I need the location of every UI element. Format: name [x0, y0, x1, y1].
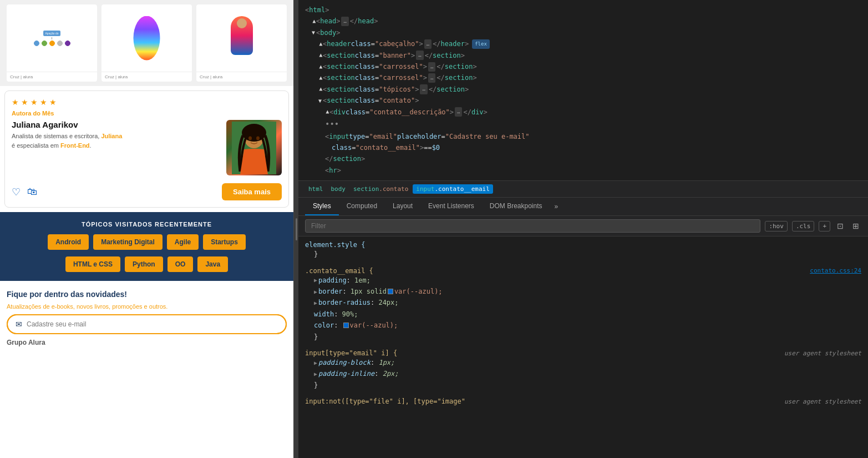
filter-hov-btn[interactable]: :hov — [765, 221, 788, 231]
svg-point-4 — [256, 136, 260, 140]
triangle-padding-inline[interactable]: ▶ — [314, 369, 317, 379]
colon-border-radius: : — [370, 297, 374, 308]
triangle-carrossel1[interactable]: ▶ — [316, 65, 325, 68]
color-swatch-color — [343, 323, 349, 328]
tag-contato-desc[interactable]: div — [333, 107, 346, 118]
breadcrumb-input[interactable]: input.contato__email — [413, 184, 493, 194]
css-rule-header-contato: .contato__email { contato.css:24 — [305, 267, 861, 275]
thumb-image-3 — [196, 4, 287, 72]
triangle-carrossel2[interactable]: ▶ — [316, 77, 325, 80]
ellipsis-contato-desc[interactable]: … — [455, 107, 462, 117]
ellipsis-head[interactable]: … — [341, 17, 348, 26]
breadcrumb-body[interactable]: body — [328, 184, 349, 194]
tab-event-listeners[interactable]: Event Listeners — [420, 198, 482, 215]
topic-android[interactable]: Android — [48, 234, 89, 250]
email-input-wrapper[interactable]: ✉ — [7, 314, 287, 334]
attr-type: type — [349, 131, 365, 142]
attr-val-header: "cabeçalho" — [375, 38, 419, 49]
tabs-more[interactable]: » — [550, 198, 563, 215]
triangle-body[interactable]: ▼ — [312, 28, 315, 37]
css-selector-input-not: input:not([type="file" i], [type="image" — [305, 397, 465, 405]
val-border-2: var(--azul); — [394, 286, 443, 297]
tag-header[interactable]: header — [327, 38, 351, 49]
triangle-topicos[interactable]: ▶ — [316, 88, 325, 91]
tag-hr[interactable]: hr — [329, 165, 337, 176]
tag-head[interactable]: head — [320, 16, 336, 27]
dom-line-carrossel1: ▶ <section class="carrossel" > … </secti… — [305, 61, 861, 72]
tag-banner[interactable]: section — [327, 50, 355, 61]
triangle-border-radius[interactable]: ▶ — [314, 298, 317, 308]
bag-icon[interactable]: 🛍 — [27, 186, 37, 198]
ellipsis-carrossel1[interactable]: … — [428, 62, 435, 72]
left-preview-panel: Apação do Cruz | alura — [0, 0, 294, 458]
tag-html[interactable]: html — [309, 4, 325, 16]
attr-val-type: "email" — [369, 131, 398, 142]
ellipsis-banner[interactable]: … — [416, 51, 423, 60]
prop-border-radius: border-radius — [318, 297, 370, 308]
triangle-padding[interactable]: ▶ — [314, 275, 317, 285]
saiba-mais-button[interactable]: Saiba mais — [222, 183, 282, 200]
attr-val-contato-desc: "contato__descrição" — [369, 107, 450, 118]
filter-icon1-btn[interactable]: ⊡ — [835, 220, 846, 231]
ellipsis-header[interactable]: … — [424, 39, 432, 49]
panel-divider[interactable] — [294, 0, 298, 458]
breadcrumb-section-contato[interactable]: section.contato — [350, 184, 412, 194]
tag-contato[interactable]: section — [327, 95, 355, 106]
topic-python[interactable]: Python — [125, 256, 163, 272]
filter-cls-btn[interactable]: .cls — [792, 221, 815, 231]
filter-plus-btn[interactable]: + — [819, 221, 830, 231]
topic-java[interactable]: Java — [197, 256, 228, 272]
breadcrumb-html[interactable]: html — [305, 184, 327, 194]
attr-val-carrossel2: "carrossel" — [379, 72, 423, 83]
triangle-banner[interactable]: ▶ — [316, 54, 325, 57]
devtools-panel: <html> ▶ <head> … </head> ▼ <body> ▶ <he… — [298, 0, 868, 458]
star-1: ★ — [12, 98, 19, 107]
tab-dom-breakpoints[interactable]: DOM Breakpoints — [482, 198, 550, 215]
email-input[interactable] — [27, 320, 278, 328]
tag-input[interactable]: input — [329, 131, 349, 142]
ellipsis-topicos[interactable]: … — [420, 84, 427, 94]
org-dot-gray — [57, 41, 63, 46]
tab-layout[interactable]: Layout — [385, 198, 420, 215]
tag-carrossel2[interactable]: section — [327, 72, 355, 83]
dom-line-close-section: </section> — [305, 153, 861, 164]
thumb-footer-1: Cruz | alura — [7, 72, 97, 82]
ellipsis-carrossel2[interactable]: … — [428, 73, 435, 83]
topic-agile[interactable]: Agile — [167, 234, 199, 250]
triangle-contato[interactable]: ▼ — [318, 96, 322, 105]
attr-val-banner: "banner" — [379, 50, 411, 61]
tag-body[interactable]: body — [320, 27, 336, 38]
dom-line-hr: <hr> — [305, 165, 861, 176]
triangle-padding-block[interactable]: ▶ — [314, 358, 317, 368]
triangle-header[interactable]: ▶ — [316, 42, 325, 46]
dom-line-head: ▶ <head> … </head> — [305, 16, 861, 27]
topic-marketing[interactable]: Marketing Digital — [93, 234, 163, 250]
tag-close-section[interactable]: section — [333, 153, 361, 164]
tab-computed[interactable]: Computed — [339, 198, 385, 215]
tabs-row: Styles Computed Layout Event Listeners D… — [298, 198, 868, 216]
prop-padding-inline: padding-inline — [318, 368, 374, 379]
triangle-border[interactable]: ▶ — [314, 287, 317, 296]
heart-icon[interactable]: ♡ — [12, 186, 21, 198]
css-prop-width: width : 90%; — [305, 309, 861, 320]
carousel-thumb-3: Cruz | alura — [196, 4, 287, 82]
triangle-contato-desc[interactable]: ▶ — [322, 110, 332, 114]
attr-class-banner: class — [355, 50, 375, 61]
tag-topicos[interactable]: section — [327, 84, 355, 95]
css-source-contato[interactable]: contato.css:24 — [810, 267, 861, 274]
dom-line-topicos: ▶ <section class="tópicos" > … </section… — [305, 84, 861, 95]
triangle-head[interactable]: ▶ — [309, 20, 318, 23]
star-2: ★ — [21, 98, 28, 107]
tag-carrossel1[interactable]: section — [327, 61, 355, 72]
topics-section: TÓPICOS VISITADOS RECENTEMENTE Android M… — [0, 212, 293, 281]
flex-badge-header: flex — [472, 39, 490, 49]
filter-input[interactable] — [305, 219, 760, 233]
action-icons[interactable]: ♡ 🛍 — [12, 186, 37, 198]
topic-htmlcss[interactable]: HTML e CSS — [65, 256, 120, 272]
topic-oo[interactable]: OO — [167, 256, 194, 272]
dom-line-header: ▶ <header class="cabeçalho" > … </header… — [305, 38, 861, 49]
topic-startups[interactable]: Startups — [203, 234, 246, 250]
bc-tag-input: input — [416, 185, 434, 193]
tab-styles[interactable]: Styles — [305, 198, 339, 215]
filter-icon2-btn[interactable]: ⊞ — [850, 220, 861, 231]
